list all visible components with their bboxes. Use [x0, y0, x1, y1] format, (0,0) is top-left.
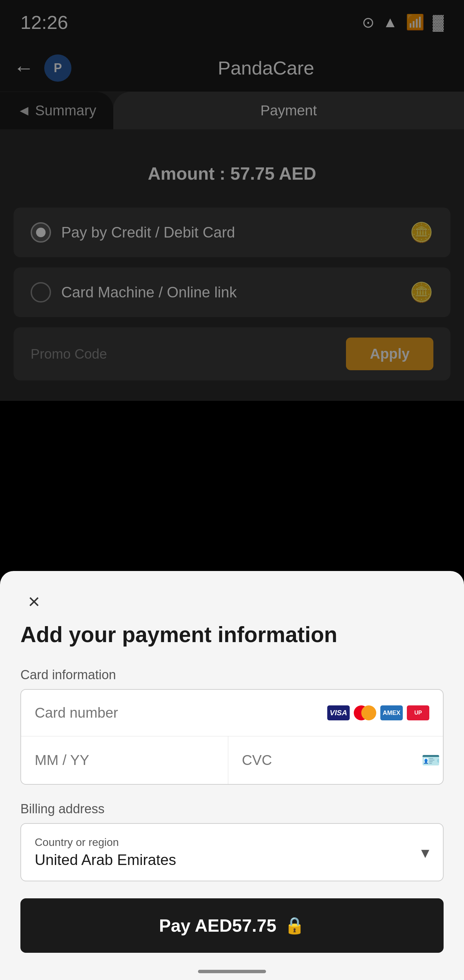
cvc-input[interactable] — [242, 752, 421, 768]
payment-modal: × Add your payment information Card info… — [0, 571, 464, 980]
billing-section-label: Billing address — [21, 802, 443, 816]
country-label-small: Country or region — [35, 836, 429, 849]
card-input-group: VISA AMEX UP 🪪 — [21, 689, 443, 785]
expiry-input[interactable] — [21, 737, 228, 784]
close-icon: × — [28, 592, 40, 612]
card-section-label: Card information — [21, 668, 443, 682]
pay-button-label: Pay AED57.75 — [159, 915, 276, 936]
amex-icon: AMEX — [380, 705, 403, 721]
country-select[interactable]: Country or region United Arab Emirates ▾ — [21, 823, 443, 881]
mastercard-icon — [354, 705, 376, 721]
chevron-down-icon: ▾ — [421, 843, 429, 862]
country-value: United Arab Emirates — [35, 851, 429, 869]
gesture-bar — [198, 970, 266, 973]
unionpay-icon: UP — [407, 705, 429, 721]
modal-title: Add your payment information — [21, 622, 443, 647]
cvc-row: 🪪 — [228, 737, 443, 784]
cvc-card-icon: 🪪 — [421, 751, 440, 769]
card-number-row: VISA AMEX UP — [21, 690, 443, 737]
card-bottom-row: 🪪 — [21, 737, 443, 784]
lock-icon: 🔒 — [284, 916, 305, 935]
visa-icon: VISA — [327, 705, 350, 721]
card-network-icons: VISA AMEX UP — [327, 705, 429, 721]
close-button[interactable]: × — [21, 588, 48, 615]
pay-button[interactable]: Pay AED57.75 🔒 — [21, 898, 443, 953]
card-number-input[interactable] — [35, 705, 327, 721]
